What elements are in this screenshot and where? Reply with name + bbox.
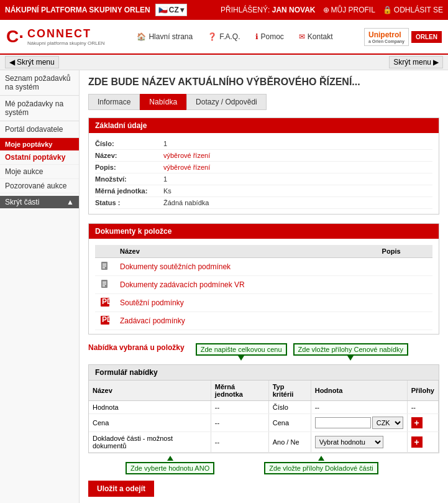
price-input[interactable]	[315, 417, 371, 428]
sidebar-hide-btn[interactable]: Skrýt části ▲	[0, 196, 79, 208]
col-hodnota: Hodnota	[311, 381, 407, 401]
flag-selector[interactable]: 🇨🇿 CZ ▾	[155, 4, 187, 16]
col-mernajednotka: Měrná jednotka	[211, 381, 268, 401]
sidebar-heading: Moje poptávky	[0, 138, 79, 150]
doc-row-1: Dokumenty soutěžních podmínek	[115, 258, 377, 276]
row3-value: Vybrat hodnotu Ano Ne	[311, 432, 407, 453]
field-popis: Popis: výběrové řízení	[95, 162, 432, 173]
offer-form-table: Název Měrná jednotka Typ kritérii Hodnot…	[89, 381, 439, 453]
sidebar-item-me-pozadavky[interactable]: Mé požadavky na systém	[0, 96, 79, 121]
svg-text:PDF: PDF	[102, 315, 110, 324]
header-toggles: ◀ Skrýt menu Skrýt menu ▶	[0, 55, 448, 70]
doc-link-3[interactable]: Soutěžní podmínky	[120, 298, 184, 307]
svg-rect-3	[103, 267, 105, 269]
nav-contact[interactable]: ✉ Kontakt	[291, 32, 341, 41]
mail-icon: ✉	[299, 32, 305, 41]
offer-table-header-row: Název Měrná jednotka Typ kritérii Hodnot…	[89, 381, 439, 401]
logo-icon: C·	[6, 27, 24, 47]
doc-col-popis: Popis	[377, 245, 432, 258]
doc-col-name: Název	[115, 245, 377, 258]
currency-select[interactable]: CZK EUR	[372, 417, 403, 429]
table-row: Dokumenty soutěžních podmínek	[95, 258, 432, 276]
hide-menu-left-btn[interactable]: ◀ Skrýt menu	[5, 56, 59, 68]
callout-price: Zde napište celkovou cenu	[196, 343, 287, 356]
bottom-bar: Uložit a odejít	[88, 481, 439, 497]
plus-icon: ⊕	[323, 6, 329, 14]
profile-link[interactable]: ⊕ MŮJ PROFIL	[323, 6, 375, 14]
chevron-right-icon: ▶	[433, 58, 439, 67]
row2-attach: +	[407, 414, 438, 432]
row3-name: Dokladové části - možnost dokumentů	[89, 432, 211, 453]
field-mnozstvi: Množství: 1	[95, 173, 432, 185]
chevron-down-icon: ▾	[180, 6, 184, 14]
brand-logos: Unipetrol a Orlen Company ORLEN	[364, 28, 442, 46]
nav-help[interactable]: ℹ Pomoc	[248, 32, 291, 41]
logged-in-label: PŘIHLÁŠENÝ: JAN NOVAK	[221, 6, 316, 14]
logout-link[interactable]: 🔒 ODHLÁSIT SE	[383, 6, 443, 14]
offer-header-row: Nabídka vybraná u položky Zde napište ce…	[88, 343, 439, 361]
sidebar: Seznam požadavků na systém Mé požadavky …	[0, 70, 80, 503]
doc-link-4[interactable]: Zadávací podmínky	[120, 316, 185, 325]
ano-ne-select[interactable]: Vybrat hodnotu Ano Ne	[315, 436, 383, 448]
arrow-docattach-up	[318, 456, 324, 461]
row1-value: --	[311, 401, 407, 414]
nav-links: 🏠 Hlavní strana ❓ F.A.Q. ℹ Pomoc ✉ Konta…	[106, 32, 364, 41]
row1-attach: --	[407, 401, 438, 414]
row2-value: CZK EUR	[311, 414, 407, 432]
save-button[interactable]: Uložit a odejít	[88, 481, 154, 497]
sidebar-item-pozarovane[interactable]: Pozorované aukce	[0, 179, 79, 193]
documents-table: Název Popis Dokumenty soutěžních podmíne…	[95, 245, 432, 330]
info-icon: ℹ	[255, 32, 258, 41]
arrow-ano-up	[167, 456, 173, 461]
unipetrol-logo: Unipetrol a Orlen Company	[364, 28, 409, 46]
nav-home[interactable]: 🏠 Hlavní strana	[129, 32, 200, 41]
row2-name: Cena	[89, 414, 211, 432]
svg-rect-7	[103, 285, 105, 287]
callout-price-container: Zde napište celkovou cenu	[196, 343, 287, 361]
tab-informace[interactable]: Informace	[88, 94, 140, 110]
callout-ano: Zde vyberte hodnotu ANO	[126, 462, 214, 474]
basic-info-section: Základní údaje Číslo: 1 Název: výběrové …	[88, 118, 439, 215]
table-row: PDF Soutěžní podmínky	[95, 294, 432, 312]
doc-popis-4	[377, 312, 432, 330]
sidebar-item-aukce[interactable]: Moje aukce	[0, 165, 79, 179]
svg-rect-6	[103, 284, 106, 285]
row1-type: Číslo	[268, 401, 311, 414]
table-row: PDF Zadávací podmínky	[95, 312, 432, 330]
svg-text:PDF: PDF	[102, 297, 110, 306]
tab-dotazy[interactable]: Dotazy / Odpovědi	[186, 94, 267, 110]
offer-form-header: Formulář nabídky	[89, 365, 439, 381]
doc-icon-1	[95, 258, 115, 276]
nav-faq[interactable]: ❓ F.A.Q.	[200, 32, 247, 41]
sidebar-item-seznam[interactable]: Seznam požadavků na systém	[0, 70, 79, 96]
table-row: Dokladové části - možnost dokumentů -- A…	[89, 432, 439, 453]
tabs: Informace Nabídka Dotazy / Odpovědi	[88, 94, 439, 110]
hide-menu-right-btn[interactable]: Skrýt menu ▶	[389, 56, 443, 68]
tab-nabidka[interactable]: Nabídka	[140, 94, 186, 110]
documents-header: Dokumenty k položce	[89, 224, 439, 239]
orlen-logo: ORLEN	[411, 31, 442, 43]
callout-docattach-container: Zde vložte přílohy Dokladové části	[264, 456, 378, 474]
doc-row-2: Dokumenty zadávacích podmínek VR	[115, 276, 377, 294]
nav-help-label: Pomoc	[261, 32, 284, 41]
basic-info-body: Číslo: 1 Název: výběrové řízení Popis: v…	[89, 133, 439, 214]
sidebar-item-ostatni[interactable]: Ostatní poptávky	[0, 150, 79, 165]
flag-icon: 🇨🇿	[158, 6, 168, 14]
flag-code: CZ	[169, 6, 179, 14]
callout-attach-container: Zde vložte přílohy Cenové nabídky	[293, 343, 408, 361]
doc-row-3: Soutěžní podmínky	[115, 294, 377, 312]
doc-link-1[interactable]: Dokumenty soutěžních podmínek	[120, 262, 231, 271]
doc-link-2[interactable]: Dokumenty zadávacích podmínek VR	[120, 280, 245, 289]
row1-unit: --	[211, 401, 268, 414]
doc-col-icon	[95, 245, 115, 258]
nav-home-label: Hlavní strana	[149, 32, 193, 41]
field-mernajednotka: Měrná jednotka: Ks	[95, 185, 432, 197]
doc-icon-3: PDF	[95, 294, 115, 312]
add-attach-btn-1[interactable]: +	[411, 417, 423, 428]
doc-popis-2	[377, 276, 432, 294]
add-attach-btn-2[interactable]: +	[411, 436, 423, 448]
sidebar-item-portal[interactable]: Portál dodavatele	[0, 121, 79, 138]
nav-bar: C· CONNECT Nákupní platforma skupiny ORL…	[0, 20, 448, 55]
callout-doc-attachments: Zde vložte přílohy Dokladové části	[264, 462, 378, 474]
callout-ano-container: Zde vyberte hodnotu ANO	[126, 456, 214, 474]
